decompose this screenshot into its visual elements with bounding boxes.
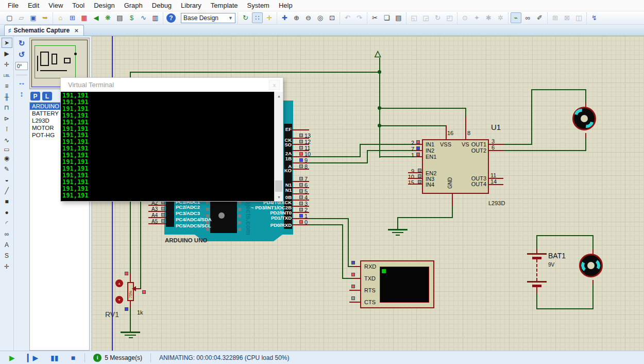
pin-stub[interactable]: [349, 290, 360, 291]
wire[interactable]: [585, 89, 586, 104]
menu-design[interactable]: Design: [89, 1, 119, 10]
voltage-probe-mode-icon[interactable]: ✎: [2, 164, 12, 174]
pin-stub[interactable]: [130, 273, 131, 282]
wire[interactable]: [503, 150, 586, 151]
rotation-angle-field[interactable]: 0°: [15, 62, 28, 70]
wire[interactable]: [379, 125, 446, 126]
wire[interactable]: [503, 144, 532, 145]
bill-of-materials-icon[interactable]: $: [126, 12, 137, 23]
menu-system[interactable]: System: [243, 1, 274, 10]
wire[interactable]: [452, 206, 453, 218]
property-assignment-icon[interactable]: ✐: [534, 12, 545, 23]
menu-help[interactable]: Help: [274, 1, 297, 10]
help-icon[interactable]: ?: [166, 13, 176, 23]
tab-close-icon[interactable]: ✕: [74, 28, 78, 34]
home-page-icon[interactable]: ⌂: [55, 12, 66, 23]
device-pins-mode-icon[interactable]: ⊺: [2, 124, 12, 135]
wire[interactable]: [309, 156, 361, 157]
false-origin-icon[interactable]: ✛: [264, 12, 275, 23]
design-selector[interactable]: Base Design ▼: [181, 13, 235, 23]
menu-view[interactable]: View: [44, 1, 67, 10]
pcb-layout-icon[interactable]: ▦: [79, 12, 90, 23]
pause-button[interactable]: ▮▮: [50, 354, 58, 362]
current-probe-mode-icon[interactable]: ◒: [2, 175, 12, 185]
library-button[interactable]: L: [42, 92, 52, 101]
redo-icon[interactable]: ↷: [354, 12, 365, 23]
2d-symbol-mode-icon[interactable]: S: [2, 251, 12, 261]
open-design-icon[interactable]: ▱: [16, 12, 27, 23]
message-count[interactable]: 5 Message(s): [105, 354, 142, 361]
pick-devices-button[interactable]: P: [30, 92, 40, 101]
tape-recorder-mode-icon[interactable]: ▭: [4, 146, 9, 153]
pin-stub[interactable]: [408, 172, 422, 173]
redraw-icon[interactable]: ↻: [240, 12, 251, 23]
menu-graph[interactable]: Graph: [120, 1, 147, 10]
zoom-in-icon[interactable]: ⊕: [291, 12, 302, 23]
play-button[interactable]: ▶: [9, 354, 15, 362]
wire[interactable]: [531, 89, 532, 145]
pin-stub[interactable]: [415, 150, 422, 151]
2d-text-mode-icon[interactable]: A: [2, 240, 12, 250]
mirror-horizontal-icon[interactable]: ↔: [16, 77, 27, 87]
pan-icon[interactable]: ✚: [279, 12, 290, 23]
wire[interactable]: [130, 72, 380, 73]
paste-icon[interactable]: ▤: [393, 12, 404, 23]
wire[interactable]: [342, 278, 353, 279]
3d-viewer-icon[interactable]: ◀: [91, 12, 101, 23]
gerber-viewer-icon[interactable]: ❋: [103, 12, 113, 23]
text-script-mode-icon[interactable]: ≡: [2, 81, 12, 91]
menu-debug[interactable]: Debug: [147, 1, 176, 10]
packaging-tool-icon[interactable]: ✱: [483, 12, 494, 23]
wire[interactable]: [348, 218, 349, 267]
wire[interactable]: [536, 235, 537, 250]
terminal-title-bar[interactable]: Virtual Terminal x: [61, 78, 283, 92]
pin-stub[interactable]: [465, 117, 466, 139]
wire[interactable]: [465, 108, 466, 117]
menu-library[interactable]: Library: [176, 1, 206, 10]
rotate-anticlockwise-icon[interactable]: ↺: [16, 49, 27, 60]
menu-edit[interactable]: Edit: [23, 1, 44, 10]
power-terminal-icon[interactable]: △: [375, 48, 381, 58]
pin-stub[interactable]: [292, 129, 309, 130]
cut-icon[interactable]: ✂: [369, 12, 380, 23]
subcircuit-mode-icon[interactable]: ⊓: [2, 103, 12, 113]
toggle-grid-icon[interactable]: ∷: [252, 12, 263, 23]
2d-arc-mode-icon[interactable]: ◜: [2, 218, 12, 228]
schematic-capture-icon[interactable]: ⊞: [67, 12, 78, 23]
component-mode-icon[interactable]: ▶: [2, 48, 12, 59]
menu-file[interactable]: File: [3, 1, 23, 10]
zoom-out-icon[interactable]: ⊖: [303, 12, 314, 23]
wire[interactable]: [309, 218, 349, 219]
generator-mode-icon[interactable]: ◉: [2, 153, 12, 163]
pin-stub[interactable]: [585, 133, 586, 138]
make-device-icon[interactable]: ✦: [471, 12, 482, 23]
save-design-icon[interactable]: ▣: [28, 12, 39, 23]
copy-icon[interactable]: ❏: [381, 12, 392, 23]
pick-parts-icon[interactable]: ⊙: [460, 12, 470, 23]
dc-motor-2[interactable]: [579, 254, 603, 277]
terminals-mode-icon[interactable]: ⊳: [2, 113, 12, 124]
wire[interactable]: [309, 162, 368, 163]
pin-stub[interactable]: [452, 194, 453, 206]
wire[interactable]: [537, 308, 594, 309]
simulation-log-icon[interactable]: ∿: [138, 12, 149, 23]
pin-stub[interactable]: [416, 156, 422, 157]
wire-autorouter-icon[interactable]: ⌁: [511, 12, 521, 23]
zoom-area-icon[interactable]: ⊡: [327, 12, 337, 23]
notes-icon[interactable]: ▥: [150, 12, 161, 23]
2d-box-mode-icon[interactable]: ■: [2, 196, 12, 207]
new-design-icon[interactable]: ▢: [4, 12, 15, 23]
wire[interactable]: [379, 108, 466, 109]
wire-label-mode-icon[interactable]: LBL: [2, 70, 12, 80]
wire[interactable]: [531, 89, 586, 90]
2d-circle-mode-icon[interactable]: ●: [2, 207, 12, 218]
pin-stub[interactable]: [349, 302, 360, 303]
goto-sheet-icon[interactable]: ◫: [573, 12, 584, 23]
marker-mode-icon[interactable]: ✛: [2, 261, 12, 272]
wire[interactable]: [536, 293, 537, 309]
pin-stub[interactable]: [130, 301, 131, 308]
mirror-vertical-icon[interactable]: ↕: [16, 88, 27, 98]
terminal-close-button[interactable]: x: [269, 80, 280, 90]
scroll-down-icon[interactable]: ▼: [275, 193, 283, 201]
scroll-up-icon[interactable]: ▲: [275, 92, 283, 100]
